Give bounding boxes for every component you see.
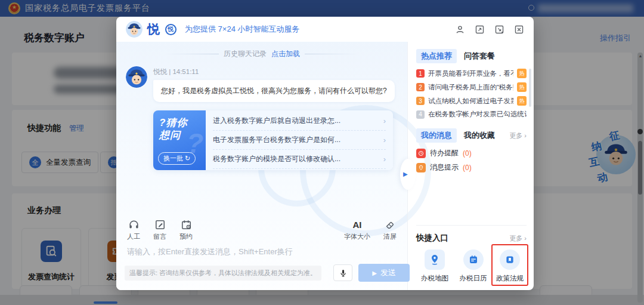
item-label: 待办提醒 [430, 148, 459, 158]
hot-question-list: 1 开票员能看到开票业务，看不到... 热 2 请问电子税务局上面的“税务数..… [416, 69, 527, 119]
eraser-icon [385, 219, 396, 230]
message-list: 待办提醒 (0) 消息提示 (0) [416, 148, 527, 172]
hot-question-text: 请问电子税务局上面的“税务数... [428, 83, 513, 92]
rank-badge: 1 [416, 69, 425, 78]
refresh-label: 换一批 [163, 154, 183, 163]
quick-entry-label: 办税日历 [460, 274, 487, 283]
font-size-button[interactable]: AI 字体大小 [344, 220, 370, 241]
calendar-icon [463, 249, 484, 270]
quick-entry-label: 办税地图 [421, 274, 448, 283]
rank-badge: 4 [416, 110, 425, 119]
chatbot-dialog: 悦 悦 为您提供 7×24 小时智能互动服务 历史聊天记录 点击加载 [116, 17, 534, 290]
right-panel: ▶ 热点推荐 问答套餐 1 开票员能看到开票业务，看不到... 热 2 请问 [407, 42, 534, 290]
quick-entry-label: 政策法规 [496, 274, 524, 283]
guess-title-panel: ?猜你 想问 ? 换一批 ↻ [153, 110, 206, 170]
item-count: (0) [463, 164, 472, 172]
hot-question-text: 开票员能看到开票业务，看不到... [428, 69, 513, 78]
refresh-batch-button[interactable]: 换一批 ↻ [158, 152, 196, 165]
ai-text-icon: AI [353, 220, 362, 230]
clock-icon [416, 149, 426, 158]
message-sender-time: 悦悦 | 14:51:11 [153, 67, 395, 76]
human-agent-button[interactable]: 人工 [127, 219, 140, 241]
chevron-right-icon: › [383, 155, 386, 164]
hot-question[interactable]: 3 试点纳税人如何通过电子发票服... 热 [416, 96, 527, 106]
history-divider: 历史聊天记录 点击加载 [116, 49, 407, 59]
hot-tabs: 热点推荐 问答套餐 [416, 49, 527, 63]
agent-profile-icon[interactable] [455, 24, 465, 35]
suggested-question[interactable]: 进入税务数字账户后就自动退出登录怎... › [213, 112, 386, 131]
tab-qa-package[interactable]: 问答套餐 [464, 49, 495, 63]
hot-question[interactable]: 1 开票员能看到开票业务，看不到... 热 [416, 69, 527, 78]
suggested-question[interactable]: 税务数字账户的模块是否可以修改确认... › [213, 150, 386, 169]
clear-screen-button[interactable]: 清屏 [383, 219, 397, 241]
highlight-red-box: 政策法规 [491, 244, 528, 286]
hot-flame-badge: 热 [517, 96, 527, 106]
item-label: 消息提示 [430, 162, 459, 172]
quick-entry-policy-laws[interactable]: 政策法规 [494, 249, 525, 283]
notification-pin-icon [416, 163, 426, 172]
calendar-clock-icon [181, 219, 192, 230]
rank-badge: 3 [416, 97, 425, 105]
tool-label: 预约 [179, 232, 193, 241]
panel-collapse-handle[interactable]: ▶ [400, 159, 416, 190]
disclaimer-tip: 温馨提示: 咨询结果仅供参考，具体以法律法规及相关规定为准。 [125, 266, 321, 281]
tool-label: 字体大小 [344, 232, 370, 241]
dialog-header: 悦 悦 为您提供 7×24 小时智能互动服务 [116, 17, 534, 42]
send-icon: ▶ [372, 270, 377, 276]
question-text: 电子发票服务平台税务数字账户是如何... [213, 135, 340, 145]
hot-flame-badge: 热 [517, 82, 527, 92]
tab-my-favorites[interactable]: 我的收藏 [464, 128, 495, 143]
chat-input[interactable] [127, 247, 397, 256]
chat-area: 历史聊天记录 点击加载 悦悦 | 14:51:11 您好，我是税务虚拟员工悦悦，… [116, 42, 407, 290]
item-count: (0) [463, 149, 472, 158]
send-button[interactable]: ▶ 发送 [358, 264, 410, 282]
quick-entry-tax-map[interactable]: 办税地图 [417, 249, 452, 283]
messages-more-link[interactable]: 更多 › [509, 131, 527, 140]
close-icon[interactable] [514, 24, 524, 35]
quick-entry-title: 快捷入口 [416, 233, 448, 244]
todo-reminder-item[interactable]: 待办提醒 (0) [416, 148, 527, 158]
hot-question[interactable]: 4 在税务数字帐户对发票已勾选统计确... [416, 110, 527, 119]
message-tabs: 我的消息 我的收藏 更多 › [416, 128, 527, 143]
policy-book-icon [500, 249, 520, 270]
chevron-right-icon: › [383, 116, 386, 125]
load-history-link[interactable]: 点击加载 [271, 49, 300, 59]
message-notice-item[interactable]: 消息提示 (0) [416, 162, 527, 172]
bot-badge-icon: 悦 [165, 24, 177, 35]
panel-scrollbar-thumb[interactable] [529, 69, 531, 107]
voice-input-button[interactable] [333, 264, 352, 281]
map-pin-icon [425, 249, 445, 270]
leave-message-button[interactable]: 留言 [153, 219, 166, 241]
refresh-icon: ↻ [185, 155, 190, 162]
fullscreen-icon[interactable] [475, 24, 485, 35]
quick-entry-more-link[interactable]: 更多 › [509, 234, 527, 243]
hot-question[interactable]: 2 请问电子税务局上面的“税务数... 热 [416, 82, 527, 92]
quick-entry-items: 办税地图 办税日历 政策法规 [416, 244, 527, 283]
guess-question-list: 进入税务数字账户后就自动退出登录怎... › 电子发票服务平台税务数字账户是如何… [206, 110, 393, 170]
compose-icon [154, 219, 166, 230]
question-text: 税务数字账户的模块是否可以修改确认... [213, 154, 340, 164]
tool-label: 留言 [153, 232, 166, 241]
tab-my-messages[interactable]: 我的消息 [416, 128, 457, 143]
tool-label: 人工 [127, 232, 140, 241]
minimize-window-icon[interactable] [494, 24, 504, 35]
tool-label: 清屏 [383, 232, 397, 241]
guess-you-ask-card: ?猜你 想问 ? 换一批 ↻ 进入税务数字账户后就自动退出登录怎... › [153, 110, 393, 170]
tab-hot-recommend[interactable]: 热点推荐 [416, 49, 457, 63]
history-label: 历史聊天记录 [224, 49, 267, 59]
app-root: 国家税务总局电子发票服务平台 税务数字账户 操作指引 快捷功能 管理 全 全量发… [0, 0, 644, 305]
microphone-icon [339, 269, 348, 278]
question-text: 进入税务数字账户后就自动退出登录怎... [213, 116, 340, 126]
hot-question-text: 试点纳税人如何通过电子发票服... [428, 97, 513, 106]
appointment-button[interactable]: 预约 [179, 219, 193, 241]
message-bubble: 您好，我是税务虚拟员工悦悦，很高兴为您服务，请问有什么可以帮您? [153, 80, 395, 102]
suggested-question[interactable]: 电子发票服务平台税务数字账户是如何... › [213, 131, 386, 150]
send-label: 发送 [380, 267, 396, 278]
bot-name: 悦 [147, 21, 160, 38]
chat-toolbar: 人工 留言 预约 AI 字体大小 [116, 219, 407, 241]
chevron-right-icon: › [383, 135, 386, 144]
bot-avatar [126, 21, 143, 38]
quick-entry-tax-calendar[interactable]: 办税日历 [456, 249, 491, 283]
rank-badge: 2 [416, 83, 425, 91]
collapse-arrow-icon: ▶ [403, 171, 408, 177]
